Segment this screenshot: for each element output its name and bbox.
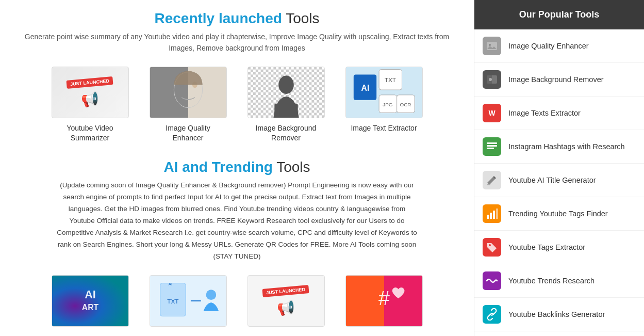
sidebar-label-image-quality: Image Quality Enhancer	[508, 42, 589, 50]
ai-section-description: (Update coming soon of Image Quality Enh…	[57, 180, 418, 263]
sidebar-item-youtube-title[interactable]: Youtube AI Title Generator	[474, 164, 644, 197]
svg-text:ART: ART	[81, 302, 98, 311]
svg-rect-31	[384, 275, 422, 326]
bg-remover-icon	[486, 73, 498, 86]
recently-launched-highlight: Recently launched	[154, 10, 282, 26]
sidebar-label-instagram: Instagram Hashtags with Research	[508, 142, 625, 151]
tool-card-ai-text[interactable]: TXT AI	[144, 275, 232, 332]
wave-icon	[486, 275, 498, 287]
tool-card-img-hashtag: #	[345, 275, 423, 327]
tool-card-img-bg-remover	[247, 67, 325, 118]
svg-rect-45	[496, 209, 498, 219]
svg-text:TXT: TXT	[384, 76, 395, 84]
ai-text-svg: TXT AI	[150, 275, 226, 327]
tool-card-img-text-extractor: AI TXT JPG OCR	[345, 67, 423, 118]
svg-point-10	[278, 75, 294, 94]
sidebar-icon-trending-tags	[483, 204, 501, 223]
sidebar-item-trending-tags[interactable]: Trending Youtube Tags Finder	[474, 197, 644, 231]
tool-card-img-ai-art: AI ART	[52, 275, 129, 327]
sidebar-item-image-quality[interactable]: Image Quality Enhancer	[474, 29, 644, 63]
ai-trending-highlight: AI and Trending	[163, 159, 273, 175]
svg-text:AI: AI	[85, 288, 96, 301]
svg-text:AI: AI	[361, 84, 369, 92]
sidebar-header: Our Popular Tools	[474, 0, 644, 29]
svg-text:OCR: OCR	[400, 101, 411, 107]
just-launched-badge: JUST LAUNCHED	[67, 76, 113, 89]
tool-card-just-launched2[interactable]: JUST LAUNCHED 📢	[242, 275, 330, 332]
sidebar-label-bg-remover: Image Background Remover	[508, 75, 604, 84]
sidebar-item-bg-remover[interactable]: Image Background Remover	[474, 63, 644, 97]
svg-rect-42	[487, 215, 489, 219]
svg-text:TXT: TXT	[167, 297, 178, 305]
main-content: Recently launched Tools Generate point w…	[0, 0, 474, 336]
svg-rect-12	[292, 103, 298, 116]
tools-grid-row1: JUST LAUNCHED 📢 Youtube VideoSummarizer	[15, 67, 458, 143]
sidebar-icon-bg-remover	[483, 70, 501, 89]
sidebar-label-youtube-title: Youtube AI Title Generator	[508, 176, 596, 184]
tool-card-hashtag[interactable]: #	[340, 275, 428, 332]
quality-enhancer-svg	[150, 67, 226, 118]
image-quality-icon	[486, 40, 498, 52]
chart-icon	[486, 207, 498, 220]
sidebar-icon-texts-extractor: W	[483, 104, 501, 122]
recently-launched-title: Recently launched Tools	[15, 10, 458, 27]
tool-card-bg-remover[interactable]: Image BackgroundRemover	[242, 67, 330, 143]
sidebar-icon-backlinks	[483, 305, 501, 324]
sidebar-label-trends-research: Youtube Trends Research	[508, 277, 595, 285]
svg-point-34	[489, 44, 491, 46]
tool-card-label-bg-remover: Image BackgroundRemover	[256, 123, 317, 143]
sidebar-icon-youtube-title	[483, 171, 501, 189]
tool-card-img-quality	[150, 67, 227, 118]
sidebar-icon-tags-extractor	[483, 238, 501, 257]
tool-card-ai-art[interactable]: AI ART	[46, 275, 134, 332]
svg-rect-41	[487, 184, 490, 185]
tool-card-image-quality[interactable]: Image QualityEnhancer	[144, 67, 232, 143]
ai-art-svg: AI ART	[52, 275, 128, 327]
sidebar-item-instagram[interactable]: Instagram Hashtags with Research	[474, 130, 644, 164]
svg-rect-11	[274, 103, 279, 116]
svg-rect-43	[490, 213, 492, 219]
recently-launched-subtitle: Generate point wise summary of any Youtu…	[15, 31, 458, 54]
sidebar-label-tags-extractor: Youtube Tags Extractor	[508, 243, 585, 251]
svg-text:JPG: JPG	[383, 101, 392, 107]
hashtag-svg: #	[346, 275, 422, 327]
tool-card-img-just-launched2: JUST LAUNCHED 📢	[247, 275, 325, 327]
sidebar-item-texts-extractor[interactable]: W Image Texts Extractor	[474, 97, 644, 130]
tool-card-youtube-summarizer[interactable]: JUST LAUNCHED 📢 Youtube VideoSummarizer	[46, 67, 134, 143]
text-extractor-svg: AI TXT JPG OCR	[346, 67, 422, 118]
svg-rect-44	[493, 211, 495, 219]
sidebar: Our Popular Tools Image Quality Enhancer…	[474, 0, 644, 336]
tool-card-label-text-extractor: Image Text Extractor	[351, 123, 417, 134]
tool-card-label-quality: Image QualityEnhancer	[166, 123, 210, 143]
svg-text:#: #	[378, 286, 390, 309]
sidebar-item-backlinks[interactable]: Youtube Backlinks Generator	[474, 298, 644, 331]
tools-grid-row2: AI ART TXT AI	[15, 275, 458, 332]
sidebar-icon-trends-research	[483, 271, 501, 290]
svg-rect-39	[487, 145, 497, 147]
just-launched-badge-2: JUST LAUNCHED	[262, 285, 309, 297]
svg-point-28	[206, 290, 216, 300]
bg-remover-svg	[248, 67, 324, 118]
sidebar-item-tags-extractor[interactable]: Youtube Tags Extractor	[474, 231, 644, 264]
sidebar-item-trends-research[interactable]: Youtube Trends Research	[474, 264, 644, 298]
svg-point-46	[489, 244, 491, 246]
tool-card-img-ai-text: TXT AI	[150, 275, 227, 327]
sidebar-icon-image-quality	[483, 37, 501, 55]
ai-trending-title: AI and Trending Tools	[15, 159, 458, 175]
tag-icon	[486, 241, 498, 253]
sidebar-label-trending-tags: Trending Youtube Tags Finder	[508, 210, 608, 218]
svg-text:AI: AI	[168, 282, 172, 286]
link-icon	[486, 308, 498, 321]
svg-rect-38	[487, 142, 497, 144]
tool-card-text-extractor[interactable]: AI TXT JPG OCR Image Text Extractor	[340, 67, 428, 143]
pencil-icon	[486, 174, 498, 186]
svg-point-37	[489, 78, 492, 81]
tool-card-label-youtube-summarizer: Youtube VideoSummarizer	[67, 123, 113, 143]
sidebar-label-texts-extractor: Image Texts Extractor	[508, 109, 581, 117]
instagram-icon	[486, 140, 498, 153]
sidebar-icon-instagram	[483, 137, 501, 156]
svg-rect-40	[487, 148, 494, 149]
tool-card-img-youtube-summarizer: JUST LAUNCHED 📢	[52, 67, 129, 118]
sidebar-label-backlinks: Youtube Backlinks Generator	[508, 310, 605, 318]
